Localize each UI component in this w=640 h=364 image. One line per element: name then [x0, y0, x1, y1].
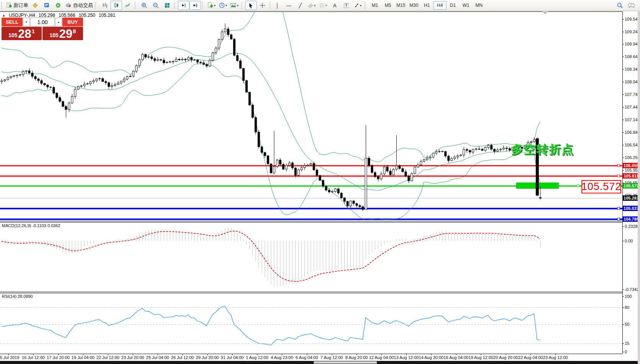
candle-body	[172, 62, 174, 62]
rsi-value: 28.0890	[18, 294, 33, 299]
candle-body	[90, 82, 91, 84]
candle-body	[13, 76, 15, 76]
hline-handle[interactable]	[617, 218, 620, 220]
price-callout-box[interactable]: 105.572	[581, 180, 621, 193]
candle-body	[22, 72, 24, 75]
candle-body	[402, 169, 404, 172]
candle-body	[426, 158, 428, 159]
candle-body	[80, 86, 82, 86]
candle-body	[114, 84, 116, 85]
candle-body	[466, 150, 468, 151]
hline-handle[interactable]	[577, 185, 579, 187]
time-tick-label: 14 Aug 20:00	[419, 355, 444, 360]
symbol-name: USDJPY-,H4	[9, 13, 35, 18]
sell-button[interactable]: SELL	[2, 18, 23, 26]
candle-body	[503, 148, 505, 149]
candle-body	[429, 157, 431, 158]
candle-body	[292, 163, 293, 168]
buy-button[interactable]: BUY	[62, 18, 83, 26]
volume-down-button[interactable]: ▼	[23, 18, 30, 26]
bar-low: 105.250	[79, 13, 95, 18]
hline-handle[interactable]	[617, 207, 620, 210]
volume-input[interactable]: 1.00	[30, 18, 55, 26]
buy-price-display[interactable]: 105 29 8	[42, 27, 83, 40]
candle-body	[138, 60, 140, 65]
price-tag-105.811[interactable]: 105.811	[623, 173, 640, 179]
candle-body	[255, 117, 257, 132]
time-tick-label: 15 Jul 2019	[0, 355, 19, 360]
candle-body	[288, 163, 290, 165]
candle-body	[25, 71, 27, 71]
candle-body	[123, 79, 125, 81]
candle-body	[295, 168, 296, 175]
candle-body	[445, 151, 446, 156]
candlestick-layer	[1, 23, 541, 211]
candle-body	[365, 158, 367, 210]
chart-annotation-text[interactable]: 多空转折点	[511, 141, 574, 158]
candle-body	[386, 167, 388, 171]
macd-tick-label: 0.00	[625, 239, 633, 243]
candle-body	[132, 71, 134, 76]
macd-label: MACD(12,26,9) -0.1103 0.0362	[2, 223, 60, 228]
candle-body	[509, 149, 511, 150]
candle-body	[105, 81, 107, 83]
candle-body	[239, 61, 241, 68]
macd-name: MACD(12,26,9)	[2, 223, 31, 228]
price-tag-104.785[interactable]: 104.785	[623, 216, 640, 222]
candle-body	[96, 79, 98, 81]
sell-price-point: 1	[32, 28, 35, 34]
candle-body	[374, 172, 376, 177]
time-tick-label: 16 Aug 04:00	[444, 355, 469, 360]
candle-body	[7, 78, 9, 80]
time-tick-label: 22 Jul 12:00	[96, 355, 119, 360]
candle-body	[344, 198, 345, 202]
candle-body	[325, 186, 327, 190]
candle-body	[56, 93, 58, 98]
candle-body	[484, 148, 486, 151]
candle-body	[166, 62, 168, 63]
price-tag-105.281[interactable]: 105.281	[623, 195, 640, 201]
price-tag-105.037[interactable]: 105.037	[623, 206, 640, 211]
candle-body	[435, 151, 437, 153]
time-tick-label: 19 Aug 12:00	[469, 355, 493, 360]
candle-body	[279, 160, 281, 164]
candle-body	[126, 76, 128, 79]
candle-body	[396, 166, 397, 169]
candle-body	[221, 32, 223, 39]
sell-price-display[interactable]: 105 28 1	[2, 27, 42, 40]
time-tick-label: 8 Aug 20:00	[345, 355, 368, 360]
candle-body	[86, 84, 88, 84]
candle-body	[31, 73, 33, 76]
candle-body	[457, 156, 459, 157]
candle-body	[59, 98, 61, 101]
candle-body	[50, 87, 52, 88]
candle-body	[313, 164, 315, 170]
candle-body	[423, 160, 425, 161]
price-tag-105.572[interactable]: 105.572	[623, 183, 640, 188]
chart-shift-marker[interactable]	[542, 11, 548, 15]
buy-price-pips: 29	[59, 28, 72, 40]
horizontal-scrollbar-thumb[interactable]	[314, 361, 377, 364]
candle-body	[129, 76, 131, 76]
candle-body	[377, 177, 379, 179]
candle-body	[420, 161, 422, 165]
candle-body	[389, 171, 391, 175]
volume-up-button[interactable]: ▲	[55, 18, 62, 26]
candle-body	[47, 85, 49, 87]
symbol-collapse-arrow[interactable]: ▲	[2, 14, 5, 17]
hline-handle[interactable]	[617, 175, 620, 177]
price-tag-106.055[interactable]: 106.055	[623, 163, 640, 168]
candle-body	[218, 39, 220, 48]
candle-body	[282, 164, 284, 169]
candle-body	[117, 83, 119, 84]
hline-handle[interactable]	[617, 164, 620, 167]
candle-body	[356, 203, 358, 205]
candle-body	[454, 157, 456, 159]
time-tick-label: 4 Aug 23:00	[271, 355, 293, 360]
time-tick-label: 13 Aug 12:00	[394, 355, 419, 360]
candle-body	[497, 150, 498, 151]
time-tick-label: 23 Jul 20:00	[121, 355, 144, 360]
candle-body	[37, 79, 39, 81]
candle-body	[19, 75, 21, 75]
bar-high: 105.566	[59, 13, 75, 18]
